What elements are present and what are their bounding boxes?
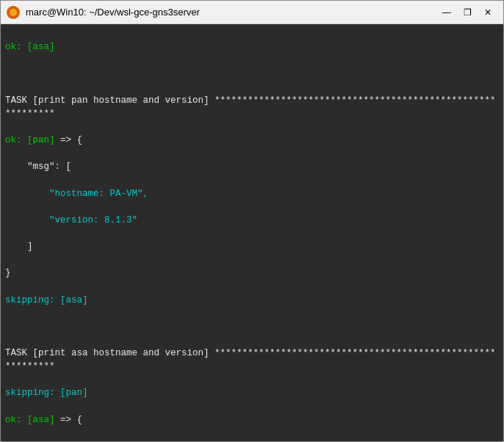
line-brace1: } bbox=[5, 268, 11, 278]
line-task-asa: TASK [print asa hostname and version] **… bbox=[5, 348, 496, 372]
line-msg-pan: "msg": [ bbox=[5, 162, 71, 172]
window-controls: — ❐ ✕ bbox=[437, 4, 497, 21]
line-skipping-asa: skipping: [asa] bbox=[5, 295, 88, 305]
line-version-pan: "version: 8.1.3" bbox=[5, 215, 137, 225]
line-ok-pan: ok: [pan] => { bbox=[5, 135, 82, 145]
ubuntu-icon bbox=[7, 6, 20, 19]
terminal-window: marc@Win10: ~/Dev/wsl-gce-gns3server — ❐… bbox=[0, 0, 504, 442]
line-skipping-pan: skipping: [pan] bbox=[5, 388, 88, 398]
line-ok-asa2: ok: [asa] => { bbox=[5, 415, 82, 425]
line-bracket1: ] bbox=[5, 242, 33, 252]
terminal-output[interactable]: ok: [asa] TASK [print pan hostname and v… bbox=[1, 24, 503, 441]
titlebar: marc@Win10: ~/Dev/wsl-gce-gns3server — ❐… bbox=[1, 1, 503, 24]
line-hostname-pan: "hostname: PA-VM", bbox=[5, 189, 148, 199]
maximize-button[interactable]: ❐ bbox=[458, 4, 477, 21]
line-task-pan: TASK [print pan hostname and version] **… bbox=[5, 95, 496, 119]
close-button[interactable]: ✕ bbox=[478, 4, 497, 21]
window-title: marc@Win10: ~/Dev/wsl-gce-gns3server bbox=[26, 7, 437, 18]
line-ok-asa: ok: [asa] bbox=[5, 42, 55, 52]
minimize-button[interactable]: — bbox=[437, 4, 456, 21]
